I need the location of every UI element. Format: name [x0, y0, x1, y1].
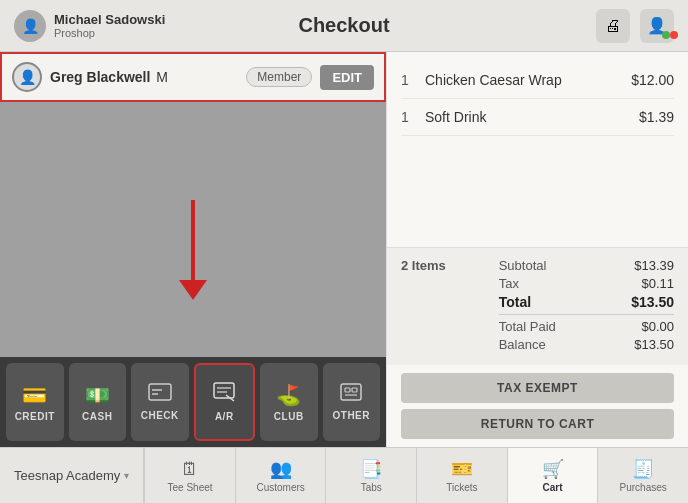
total-value: $13.50: [631, 294, 674, 310]
chevron-down-icon: ▾: [124, 470, 129, 481]
tab-purchases[interactable]: 🧾 Purchases: [597, 448, 688, 503]
customer-bar: 👤 Greg Blackwell M Member EDIT: [0, 52, 386, 102]
other-icon: [340, 383, 362, 406]
customers-icon: 👥: [270, 458, 292, 480]
club-icon: ⛳: [276, 383, 301, 407]
tax-exempt-button[interactable]: TAX EXEMPT: [401, 373, 674, 403]
edit-customer-button[interactable]: EDIT: [320, 65, 374, 90]
left-panel: 👤 Greg Blackwell M Member EDIT 💳 CREDIT …: [0, 52, 386, 447]
user-role: Proshop: [54, 27, 165, 39]
location-selector[interactable]: Teesnap Academy ▾: [0, 448, 144, 503]
total-paid-label: Total Paid: [499, 319, 556, 334]
tee-sheet-label: Tee Sheet: [168, 482, 213, 493]
bottom-navigation: Teesnap Academy ▾ 🗓 Tee Sheet 👥 Customer…: [0, 447, 688, 503]
right-panel: 1 Chicken Caesar Wrap $12.00 1 Soft Drin…: [386, 52, 688, 447]
status-green-dot: [662, 31, 670, 39]
tabs-label: Tabs: [361, 482, 382, 493]
credit-label: CREDIT: [15, 411, 55, 422]
arrow-head: [179, 280, 207, 300]
svg-rect-0: [149, 384, 171, 400]
header-actions: 🖨 👤: [596, 9, 674, 43]
arrow-indicator: [179, 200, 207, 300]
arrow-shaft: [191, 200, 195, 280]
payment-club-button[interactable]: ⛳ CLUB: [260, 363, 318, 441]
member-badge: Member: [246, 67, 312, 87]
payment-methods-bar: 💳 CREDIT 💵 CASH CHECK: [0, 357, 386, 447]
item-price-2: $1.39: [639, 109, 674, 125]
svg-rect-8: [345, 388, 350, 392]
cash-icon: 💵: [85, 383, 110, 407]
purchases-icon: 🧾: [632, 458, 654, 480]
payment-cash-button[interactable]: 💵 CASH: [69, 363, 127, 441]
credit-icon: 💳: [22, 383, 47, 407]
customers-label: Customers: [256, 482, 304, 493]
balance-value: $13.50: [634, 337, 674, 352]
print-button[interactable]: 🖨: [596, 9, 630, 43]
action-buttons: TAX EXEMPT RETURN TO CART: [387, 365, 688, 447]
item-name-1: Chicken Caesar Wrap: [425, 72, 631, 88]
check-icon: [148, 383, 172, 406]
tab-cart[interactable]: 🛒 Cart: [507, 448, 598, 503]
tabs-icon: 📑: [360, 458, 382, 480]
purchases-label: Purchases: [620, 482, 667, 493]
item-price-1: $12.00: [631, 72, 674, 88]
tax-row: Tax $0.11: [499, 276, 674, 291]
club-label: CLUB: [274, 411, 304, 422]
total-row: Total $13.50: [499, 294, 674, 310]
tab-tickets[interactable]: 🎫 Tickets: [416, 448, 507, 503]
tab-tee-sheet[interactable]: 🗓 Tee Sheet: [144, 448, 235, 503]
header-user-info: Michael Sadowski Proshop: [54, 12, 165, 39]
payment-check-button[interactable]: CHECK: [131, 363, 189, 441]
user-button[interactable]: 👤: [640, 9, 674, 43]
subtotal-value: $13.39: [634, 258, 674, 273]
tab-tabs[interactable]: 📑 Tabs: [325, 448, 416, 503]
user-avatar: 👤: [14, 10, 46, 42]
balance-label: Balance: [499, 337, 546, 352]
total-paid-row: Total Paid $0.00: [499, 319, 674, 334]
tax-label: Tax: [499, 276, 519, 291]
item-name-2: Soft Drink: [425, 109, 639, 125]
print-icon: 🖨: [605, 17, 621, 35]
table-row: 1 Chicken Caesar Wrap $12.00: [401, 62, 674, 99]
ar-icon: [212, 382, 236, 407]
payment-ar-button[interactable]: A/R: [194, 363, 256, 441]
table-row: 1 Soft Drink $1.39: [401, 99, 674, 136]
check-label: CHECK: [141, 410, 179, 421]
balance-row: Balance $13.50: [499, 337, 674, 352]
svg-rect-3: [214, 383, 234, 398]
return-to-cart-button[interactable]: RETURN TO CART: [401, 409, 674, 439]
tickets-icon: 🎫: [451, 458, 473, 480]
payment-other-button[interactable]: OTHER: [323, 363, 381, 441]
svg-rect-7: [341, 384, 361, 400]
order-summary: 2 Items Subtotal $13.39 Tax $0.11 Total …: [387, 247, 688, 365]
customer-avatar: 👤: [12, 62, 42, 92]
left-content-area: [0, 102, 386, 357]
order-items-list: 1 Chicken Caesar Wrap $12.00 1 Soft Drin…: [387, 52, 688, 247]
item-qty-2: 1: [401, 109, 425, 125]
user-name: Michael Sadowski: [54, 12, 165, 27]
subtotal-label: Subtotal: [499, 258, 547, 273]
nav-tabs: 🗓 Tee Sheet 👥 Customers 📑 Tabs 🎫 Tickets…: [144, 448, 688, 503]
tickets-label: Tickets: [446, 482, 477, 493]
tab-customers[interactable]: 👥 Customers: [235, 448, 326, 503]
total-label: Total: [499, 294, 531, 310]
other-label: OTHER: [333, 410, 371, 421]
item-qty-1: 1: [401, 72, 425, 88]
main-content: 👤 Greg Blackwell M Member EDIT 💳 CREDIT …: [0, 52, 688, 447]
ar-label: A/R: [215, 411, 234, 422]
page-title: Checkout: [298, 14, 389, 37]
cart-label: Cart: [543, 482, 563, 493]
header-user: 👤 Michael Sadowski Proshop: [14, 10, 165, 42]
location-name: Teesnap Academy: [14, 468, 120, 483]
items-count: 2 Items: [401, 258, 489, 273]
tax-value: $0.11: [641, 276, 674, 291]
tee-sheet-icon: 🗓: [181, 459, 199, 480]
customer-name: Greg Blackwell M: [50, 69, 238, 85]
subtotal-row: Subtotal $13.39: [499, 258, 674, 273]
payment-credit-button[interactable]: 💳 CREDIT: [6, 363, 64, 441]
status-red-dot: [670, 31, 678, 39]
total-paid-value: $0.00: [641, 319, 674, 334]
svg-rect-9: [352, 388, 357, 392]
cash-label: CASH: [82, 411, 112, 422]
cart-icon: 🛒: [542, 458, 564, 480]
